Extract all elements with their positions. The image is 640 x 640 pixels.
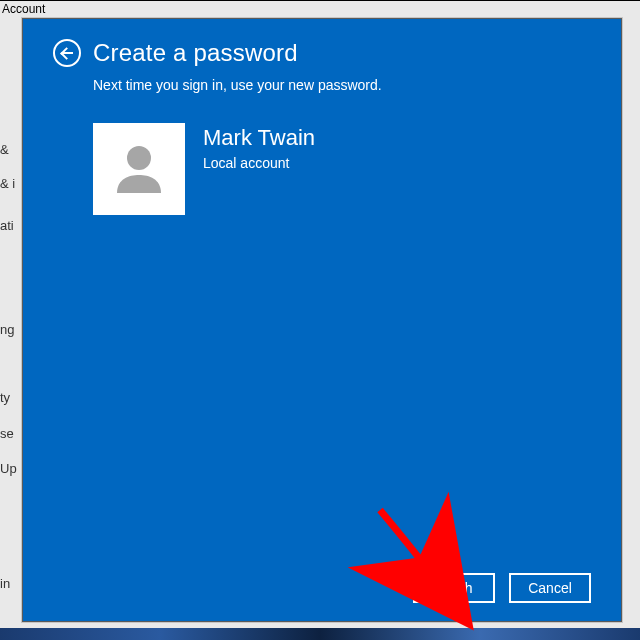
finish-button-label: Finish	[435, 580, 472, 596]
svg-point-0	[127, 146, 151, 170]
dialog-subtitle: Next time you sign in, use your new pass…	[93, 77, 591, 93]
background-title: Account	[0, 0, 45, 18]
back-button[interactable]	[53, 39, 81, 67]
user-name: Mark Twain	[203, 125, 315, 151]
back-arrow-icon	[61, 47, 73, 59]
avatar	[93, 123, 185, 215]
user-icon	[107, 137, 171, 201]
cancel-button-label: Cancel	[528, 580, 572, 596]
user-info: Mark Twain Local account	[93, 123, 591, 215]
finish-button[interactable]: Finish	[413, 573, 495, 603]
cancel-button[interactable]: Cancel	[509, 573, 591, 603]
account-type: Local account	[203, 155, 315, 171]
dialog-frame: Create a password Next time you sign in,…	[22, 18, 622, 622]
create-password-dialog: Create a password Next time you sign in,…	[23, 19, 621, 621]
dialog-title: Create a password	[93, 39, 298, 67]
button-row: Finish Cancel	[53, 573, 591, 603]
